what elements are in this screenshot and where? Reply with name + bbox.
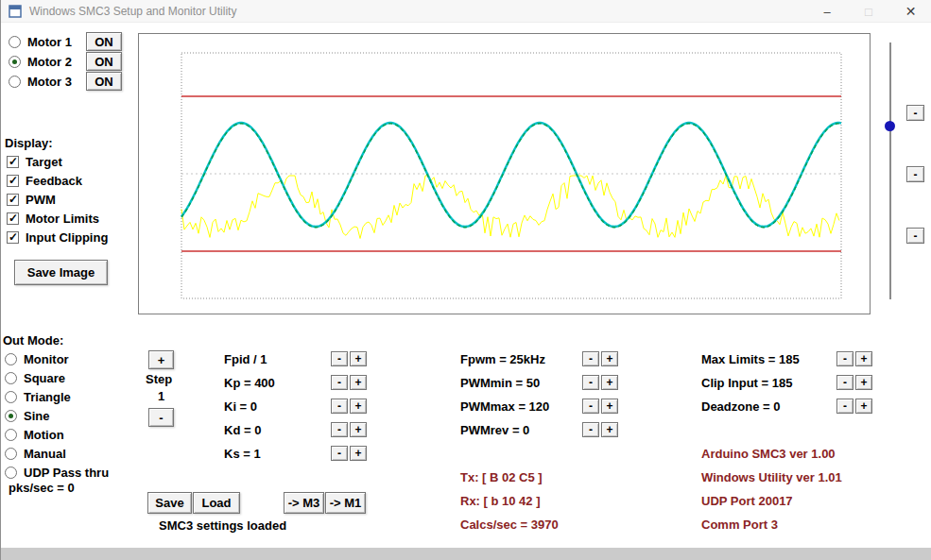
- step-plus-button[interactable]: +: [148, 350, 174, 369]
- out-mode-triangle-radio[interactable]: Triangle: [5, 389, 71, 404]
- fpid-label: Fpid / 1: [224, 352, 267, 366]
- pwmmax-plus-button[interactable]: +: [601, 399, 618, 414]
- radio-icon: [5, 467, 17, 479]
- motor2-on-button[interactable]: ON: [86, 52, 122, 71]
- fpid-stepper: - +: [331, 351, 367, 366]
- display-feedback-checkbox[interactable]: Feedback: [7, 173, 82, 188]
- kd-minus-button[interactable]: -: [331, 422, 348, 437]
- display-input-clipping-label: Input Clipping: [26, 230, 108, 245]
- center-minus-button[interactable]: -: [906, 166, 924, 182]
- copy-to-m3-button[interactable]: -> M3: [284, 492, 324, 514]
- checkbox-icon: [7, 175, 19, 187]
- out-mode-motion-label: Motion: [24, 428, 64, 442]
- display-input-clipping-checkbox[interactable]: Input Clipping: [7, 229, 108, 245]
- maximize-icon[interactable]: □: [848, 0, 889, 23]
- ki-minus-button[interactable]: -: [331, 399, 348, 414]
- motor2-radio[interactable]: Motor 2: [9, 54, 72, 69]
- motor3-radio[interactable]: Motor 3: [9, 74, 72, 89]
- out-mode-motion-radio[interactable]: Motion: [5, 427, 64, 442]
- ks-minus-button[interactable]: -: [331, 446, 348, 461]
- load-button[interactable]: Load: [193, 492, 240, 514]
- pwmrev-plus-button[interactable]: +: [601, 422, 618, 437]
- scope-chart: [138, 33, 871, 314]
- deadzone-plus-button[interactable]: +: [855, 399, 872, 414]
- out-mode-square-label: Square: [24, 371, 65, 385]
- offset-slider-track[interactable]: [889, 42, 891, 299]
- rx-status: Rx: [ b 10 42 ]: [460, 494, 541, 508]
- clip-input-plus-button[interactable]: +: [855, 375, 872, 390]
- pwmmax-minus-button[interactable]: -: [582, 399, 599, 414]
- pwmmin-stepper: - +: [582, 375, 618, 390]
- clip-input-minus-button[interactable]: -: [836, 375, 853, 390]
- app-window: Windows SMC3 Setup and Monitor Utility –…: [0, 0, 931, 560]
- display-target-checkbox[interactable]: Target: [7, 154, 62, 169]
- deadzone-stepper: - +: [836, 399, 872, 414]
- deadzone-minus-button[interactable]: -: [836, 399, 853, 414]
- app-icon: [9, 5, 22, 18]
- fpid-minus-button[interactable]: -: [331, 351, 348, 366]
- window-title: Windows SMC3 Setup and Monitor Utility: [29, 5, 236, 18]
- save-image-button[interactable]: Save Image: [14, 260, 108, 285]
- copy-to-m1-button[interactable]: -> M1: [325, 492, 366, 514]
- motor2-label: Motor 2: [27, 55, 72, 69]
- out-mode-heading: Out Mode:: [3, 333, 63, 348]
- out-mode-sine-radio[interactable]: Sine: [5, 408, 49, 423]
- step-minus-button[interactable]: -: [148, 408, 174, 427]
- comm-port: Comm Port 3: [701, 518, 778, 532]
- kd-plus-button[interactable]: +: [350, 422, 367, 437]
- ki-plus-button[interactable]: +: [350, 399, 367, 414]
- out-mode-manual-label: Manual: [24, 447, 66, 461]
- ks-plus-button[interactable]: +: [350, 446, 367, 461]
- radio-icon: [5, 429, 17, 441]
- fpid-plus-button[interactable]: +: [350, 351, 367, 366]
- radio-icon: [5, 448, 17, 460]
- motor3-on-button[interactable]: ON: [86, 72, 122, 91]
- close-icon[interactable]: ✕: [889, 0, 931, 23]
- max-limits-plus-button[interactable]: +: [855, 351, 872, 366]
- motor1-label: Motor 1: [27, 35, 72, 49]
- out-mode-udp-radio[interactable]: UDP Pass thru: [5, 465, 109, 480]
- kp-plus-button[interactable]: +: [350, 375, 367, 390]
- ki-stepper: - +: [331, 399, 367, 414]
- max-limits-stepper: - +: [836, 351, 872, 366]
- checkbox-icon: [7, 231, 19, 244]
- calcs-per-sec: Calcs/sec = 3970: [460, 518, 559, 532]
- fpwm-minus-button[interactable]: -: [582, 351, 599, 366]
- radio-icon: [9, 76, 21, 88]
- save-button[interactable]: Save: [147, 492, 192, 514]
- display-pwm-checkbox[interactable]: PWM: [7, 192, 56, 207]
- pwmmax-label: PWMmax = 120: [460, 399, 549, 414]
- upper-limit-minus-button[interactable]: -: [906, 105, 924, 121]
- window-bottom-edge: [1, 548, 931, 560]
- motor1-radio[interactable]: Motor 1: [9, 34, 72, 49]
- arduino-version: Arduino SMC3 ver 1.00: [701, 447, 836, 461]
- motor1-on-button[interactable]: ON: [86, 32, 122, 51]
- pwmmin-label: PWMmin = 50: [460, 376, 540, 390]
- ks-label: Ks = 1: [224, 447, 261, 461]
- display-pwm-label: PWM: [26, 193, 56, 207]
- minimize-icon[interactable]: –: [806, 0, 848, 23]
- pwmrev-stepper: - +: [582, 422, 618, 437]
- out-mode-square-radio[interactable]: Square: [5, 370, 65, 385]
- scope-plot: [139, 34, 870, 314]
- kp-minus-button[interactable]: -: [331, 375, 348, 390]
- out-mode-manual-radio[interactable]: Manual: [5, 446, 66, 461]
- out-mode-monitor-radio[interactable]: Monitor: [5, 351, 69, 366]
- tx-status: Tx: [ B 02 C5 ]: [460, 470, 543, 484]
- pwmmin-minus-button[interactable]: -: [582, 375, 599, 390]
- step-label: Step: [146, 372, 172, 386]
- offset-slider-thumb[interactable]: [885, 121, 895, 131]
- windows-utility-version: Windows Utility ver 1.01: [701, 470, 842, 484]
- display-motor-limits-checkbox[interactable]: Motor Limits: [7, 211, 99, 226]
- deadzone-label: Deadzone = 0: [701, 399, 780, 414]
- max-limits-minus-button[interactable]: -: [836, 351, 853, 366]
- pwmrev-minus-button[interactable]: -: [582, 422, 599, 437]
- clip-input-label: Clip Input = 185: [701, 376, 792, 390]
- radio-icon: [5, 353, 17, 365]
- pks-per-sec-label: pks/sec = 0: [9, 481, 75, 495]
- display-motor-limits-label: Motor Limits: [26, 212, 99, 226]
- fpwm-plus-button[interactable]: +: [601, 351, 618, 366]
- lower-limit-minus-button[interactable]: -: [906, 228, 924, 244]
- pwmmin-plus-button[interactable]: +: [601, 375, 618, 390]
- pwmrev-label: PWMrev = 0: [460, 423, 529, 437]
